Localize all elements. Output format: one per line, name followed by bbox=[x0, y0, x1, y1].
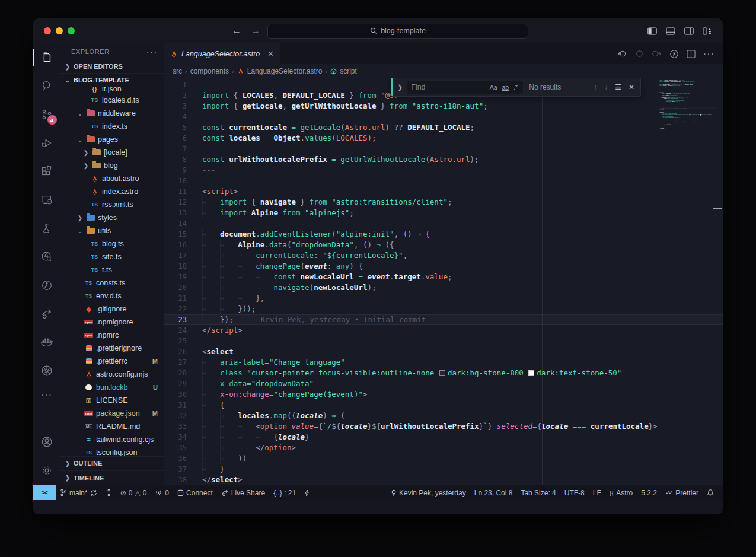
code-line[interactable]: 8const urlWithoutLocalePrefix = getUrlWi… bbox=[164, 154, 723, 165]
tree-item[interactable]: TSindex.ts bbox=[60, 120, 164, 133]
code-line[interactable]: 13→import Alpine from "alpinejs"; bbox=[164, 208, 723, 218]
encoding-status[interactable]: UTF-8 bbox=[560, 489, 589, 497]
remote-indicator[interactable]: >< bbox=[33, 485, 56, 500]
code-line[interactable]: 10 bbox=[164, 176, 723, 186]
cursor-position[interactable]: Ln 23, Col 8 bbox=[470, 489, 517, 497]
tree-item[interactable]: M↓README.md bbox=[60, 420, 164, 433]
whole-word-icon[interactable]: ab bbox=[500, 84, 512, 91]
docker-icon[interactable] bbox=[33, 328, 60, 357]
code-line[interactable]: 19→→→→const newLocaleUrl = event.target.… bbox=[164, 272, 723, 282]
snippets-count[interactable]: {..} : 21 bbox=[269, 489, 300, 497]
code-line[interactable]: 18→→→changePage(event: any) { bbox=[164, 261, 723, 272]
code-line[interactable]: 7 bbox=[164, 144, 723, 154]
code-line[interactable]: 25 bbox=[164, 336, 723, 346]
tree-item[interactable]: ❯styles bbox=[60, 211, 164, 224]
timeline-section[interactable]: ❯ TIMELINE bbox=[60, 470, 164, 485]
history-back-icon[interactable]: ← bbox=[232, 26, 241, 36]
tree-item[interactable]: ⌄pages bbox=[60, 133, 164, 146]
tree-item[interactable]: TSlocales.d.ts bbox=[60, 94, 164, 107]
run-or-debug-icon[interactable] bbox=[669, 49, 679, 59]
code-line[interactable]: 34→→→→{locale} bbox=[164, 432, 723, 443]
customize-layout-icon[interactable] bbox=[703, 27, 712, 35]
code-line[interactable]: 6const locales = Object.values(LOCALES); bbox=[164, 133, 723, 144]
find-in-selection-icon[interactable]: ☰ bbox=[615, 83, 621, 91]
sync-icon[interactable] bbox=[90, 489, 97, 496]
explorer-more-actions-icon[interactable]: ··· bbox=[146, 47, 158, 56]
tree-item[interactable]: TSenv.d.ts bbox=[60, 289, 164, 303]
ports-status[interactable]: 0 bbox=[151, 489, 173, 497]
additional-views-icon[interactable]: ··· bbox=[33, 385, 60, 405]
code-line[interactable]: 30→x-on:change="changePage($event)"> bbox=[164, 389, 723, 400]
find-input[interactable]: Find Aa ab .* bbox=[407, 81, 523, 94]
branch-status[interactable]: main* bbox=[56, 489, 101, 497]
tab-languageselector[interactable]: LanguageSelector.astro ✕ bbox=[164, 43, 280, 64]
code-line[interactable]: 12→import { navigate } from "astro:trans… bbox=[164, 197, 723, 208]
open-editors-section[interactable]: ❯ OPEN EDITORS bbox=[60, 60, 164, 74]
tree-item[interactable]: ⌄middleware bbox=[60, 107, 164, 120]
match-case-icon[interactable]: Aa bbox=[487, 84, 500, 91]
tree-item[interactable]: .prettierignore bbox=[60, 342, 164, 355]
toggle-secondary-sidebar-icon[interactable] bbox=[684, 27, 694, 35]
toggle-replace-icon[interactable]: ❯ bbox=[391, 84, 407, 91]
bolt-button[interactable] bbox=[300, 489, 314, 496]
code-line[interactable]: 24</script> bbox=[164, 325, 723, 336]
tree-item[interactable]: astro.config.mjs bbox=[60, 368, 164, 381]
tree-item[interactable]: npm.npmignore bbox=[60, 316, 164, 329]
tree-item[interactable]: TSconsts.ts bbox=[60, 276, 164, 289]
gitlens-inspect-icon[interactable] bbox=[33, 243, 60, 271]
history-forward-icon[interactable]: → bbox=[251, 26, 260, 36]
tree-item[interactable]: TSsite.ts bbox=[60, 250, 164, 263]
close-tab-icon[interactable]: ✕ bbox=[267, 49, 274, 58]
tree-item[interactable]: TSrss.xml.ts bbox=[60, 198, 164, 211]
nav-back-circle-icon[interactable] bbox=[617, 49, 627, 58]
explorer-icon[interactable] bbox=[33, 43, 60, 72]
code-line[interactable]: 23→}); Kevin Pek, yesterday • Initial co… bbox=[164, 314, 723, 325]
code-line[interactable]: 37→} bbox=[164, 464, 723, 475]
astro-version[interactable]: 5.2.2 bbox=[637, 489, 661, 497]
breadcrumb-components[interactable]: components bbox=[190, 67, 229, 75]
tree-item[interactable]: ⌄utils bbox=[60, 224, 164, 237]
minimize-window-button[interactable] bbox=[56, 27, 63, 34]
live-share-button[interactable]: Live Share bbox=[217, 489, 269, 497]
code-line[interactable]: 21→→→}, bbox=[164, 293, 723, 304]
command-center-search[interactable]: blog-template bbox=[267, 24, 528, 39]
code-line[interactable]: 29→x-data="dropdownData" bbox=[164, 378, 723, 389]
toggle-sidebar-icon[interactable] bbox=[647, 27, 657, 35]
regex-icon[interactable]: .* bbox=[511, 84, 520, 91]
project-root-folder[interactable]: ⌄ BLOG-TEMPLATE bbox=[60, 74, 164, 87]
tree-item[interactable]: npm.npmrc bbox=[60, 329, 164, 342]
eol-status[interactable]: LF bbox=[589, 489, 605, 497]
code-line[interactable]: 3import { getLocale, getUrlWithoutLocale… bbox=[164, 101, 723, 112]
notifications-bell[interactable] bbox=[703, 489, 718, 496]
kubernetes-icon[interactable] bbox=[33, 357, 60, 385]
formatter-status[interactable]: ✓✓ Prettier bbox=[661, 489, 703, 497]
code-line[interactable]: 9--- bbox=[164, 165, 723, 176]
breadcrumb-symbol[interactable]: script bbox=[340, 67, 357, 75]
breadcrumb-file[interactable]: LanguageSelector.astro bbox=[247, 67, 323, 75]
code-editor[interactable]: 1---2import { LOCALES, DEFAULT_LOCALE } … bbox=[164, 78, 723, 485]
code-line[interactable]: 33→→→<option value={`/${locale}${urlWith… bbox=[164, 421, 723, 432]
tree-item[interactable]: .prettierrcM bbox=[60, 355, 164, 368]
code-line[interactable]: 31→{ bbox=[164, 400, 723, 410]
code-line[interactable]: 32→→locales.map((locale) ⇒ ( bbox=[164, 410, 723, 421]
nav-circle-icon[interactable] bbox=[635, 49, 644, 58]
breadcrumb-src[interactable]: src bbox=[173, 67, 182, 75]
tree-item[interactable]: ≈tailwind.config.cjs bbox=[60, 433, 164, 446]
live-share-icon[interactable] bbox=[33, 300, 60, 328]
tree-item[interactable]: ❯blog bbox=[60, 159, 164, 172]
code-line[interactable]: 14 bbox=[164, 218, 723, 229]
settings-gear-icon[interactable] bbox=[33, 456, 60, 485]
tree-item[interactable]: {}it.json bbox=[60, 87, 164, 94]
outline-section[interactable]: ❯ OUTLINE bbox=[60, 456, 164, 470]
tree-item[interactable]: TStsconfig.json bbox=[60, 446, 164, 456]
close-find-icon[interactable]: ✕ bbox=[629, 83, 634, 91]
problems-status[interactable]: ⊘ 0 △ 0 bbox=[116, 489, 151, 497]
git-graph-button[interactable] bbox=[101, 489, 116, 496]
find-previous-icon[interactable]: ↑ bbox=[594, 83, 597, 91]
code-line[interactable]: 35→→→</option> bbox=[164, 443, 723, 453]
source-control-icon[interactable]: 4 bbox=[33, 100, 60, 129]
tree-item[interactable]: ❯[locale] bbox=[60, 146, 164, 159]
find-next-icon[interactable]: ↓ bbox=[604, 83, 608, 91]
run-debug-icon[interactable] bbox=[33, 129, 60, 157]
tree-item[interactable]: ⚿LICENSE bbox=[60, 394, 164, 407]
